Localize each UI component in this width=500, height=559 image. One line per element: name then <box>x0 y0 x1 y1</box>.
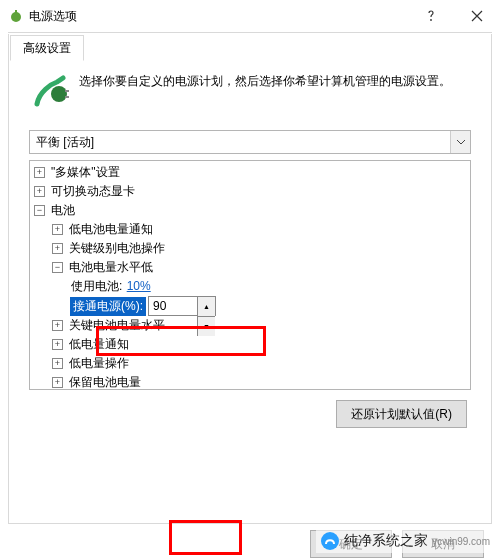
watermark-url: ycwin99.com <box>432 536 490 547</box>
watermark-icon <box>320 531 340 551</box>
expand-icon[interactable]: + <box>52 358 63 369</box>
power-options-window: 电源选项 高级设置 选择你要自定义的电源计划，然后 <box>0 0 500 559</box>
tree-item-battery[interactable]: − 电池 <box>30 201 470 220</box>
titlebar: 电源选项 <box>0 0 500 32</box>
plugged-in-label: 接通电源(%): <box>70 297 146 316</box>
help-button[interactable] <box>408 0 454 32</box>
collapse-icon[interactable]: − <box>34 205 45 216</box>
tree-item-critical-level[interactable]: + 关键电池电量水平 <box>30 316 470 335</box>
tree-item-on-battery[interactable]: 使用电池: 10% <box>30 277 470 296</box>
close-button[interactable] <box>454 0 500 32</box>
settings-tree[interactable]: + "多媒体"设置 + 可切换动态显卡 − 电池 + 低电池电量通知 <box>29 160 471 390</box>
svg-point-2 <box>430 19 432 21</box>
tree-item-low-action[interactable]: + 低电量操作 <box>30 354 470 373</box>
plan-dropdown[interactable]: 平衡 [活动] <box>29 130 471 154</box>
tree-item-plugged-in[interactable]: 接通电源(%): ▲ ▼ <box>30 296 470 316</box>
restore-defaults-button[interactable]: 还原计划默认值(R) <box>336 400 467 428</box>
watermark-brand: 纯净系统之家 <box>344 532 428 550</box>
watermark: 纯净系统之家 ycwin99.com <box>316 529 494 553</box>
tree-item-switchable-gpu[interactable]: + 可切换动态显卡 <box>30 182 470 201</box>
power-plan-icon <box>29 72 69 112</box>
window-title: 电源选项 <box>29 8 77 25</box>
svg-rect-1 <box>15 10 17 16</box>
svg-point-3 <box>51 86 67 102</box>
plugged-in-input[interactable] <box>149 297 197 315</box>
on-battery-value[interactable]: 10% <box>127 277 151 296</box>
tab-advanced[interactable]: 高级设置 <box>10 35 84 61</box>
tree-item-low-level[interactable]: − 电池电量水平低 <box>30 258 470 277</box>
expand-icon[interactable]: + <box>34 167 45 178</box>
description-text: 选择你要自定义的电源计划，然后选择你希望计算机管理的电源设置。 <box>79 72 451 91</box>
expand-icon[interactable]: + <box>52 320 63 331</box>
chevron-down-icon[interactable] <box>450 131 470 153</box>
expand-icon[interactable]: + <box>52 377 63 388</box>
collapse-icon[interactable]: − <box>52 262 63 273</box>
spin-up-icon[interactable]: ▲ <box>197 297 215 317</box>
tree-item-low-notify2[interactable]: + 低电量通知 <box>30 335 470 354</box>
expand-icon[interactable]: + <box>52 243 63 254</box>
tree-item-low-notify[interactable]: + 低电池电量通知 <box>30 220 470 239</box>
power-icon <box>8 8 24 24</box>
plan-dropdown-value: 平衡 [活动] <box>30 134 450 151</box>
svg-rect-4 <box>65 90 69 92</box>
tree-item-multimedia[interactable]: + "多媒体"设置 <box>30 163 470 182</box>
expand-icon[interactable]: + <box>52 339 63 350</box>
tab-panel: 高级设置 选择你要自定义的电源计划，然后选择你希望计算机管理的电源设置。 平衡 … <box>8 34 492 524</box>
expand-icon[interactable]: + <box>52 224 63 235</box>
tree-item-reserve[interactable]: + 保留电池电量 <box>30 373 470 390</box>
spin-down-icon[interactable]: ▼ <box>197 317 215 336</box>
tree-item-critical-action[interactable]: + 关键级别电池操作 <box>30 239 470 258</box>
expand-icon[interactable]: + <box>34 186 45 197</box>
plugged-in-spinbox[interactable]: ▲ ▼ <box>148 296 216 316</box>
svg-rect-5 <box>65 96 69 98</box>
tab-strip: 高级设置 <box>8 32 492 60</box>
